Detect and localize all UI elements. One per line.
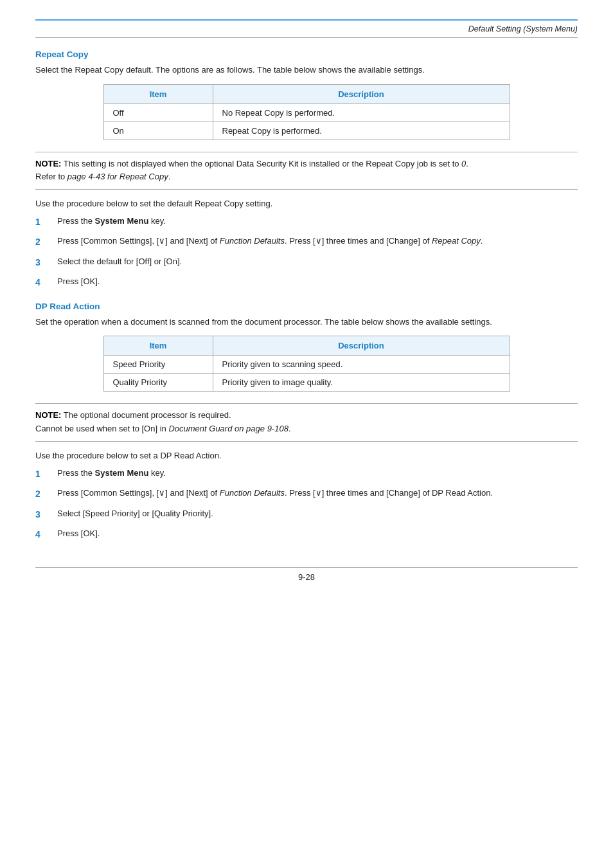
- repeat-copy-note-label: NOTE:: [35, 159, 61, 168]
- table-cell-item: Speed Priority: [103, 356, 213, 374]
- step-text: Press [OK].: [57, 275, 578, 289]
- repeat-copy-note: NOTE: This setting is not displayed when…: [35, 152, 578, 190]
- list-item: 4Press [OK].: [35, 527, 578, 541]
- table-cell-description: Priority given to scanning speed.: [213, 356, 510, 374]
- dp-read-action-section: DP Read Action Set the operation when a …: [35, 302, 578, 542]
- repeat-copy-procedure-intro: Use the procedure below to set the defau…: [35, 199, 578, 208]
- step-text: Press [Common Settings], [∨] and [Next] …: [57, 487, 578, 500]
- step-number: 3: [35, 255, 51, 269]
- table-row: Quality PriorityPriority given to image …: [103, 374, 510, 392]
- step-number: 1: [35, 467, 51, 481]
- list-item: 3Select [Speed Priority] or [Quality Pri…: [35, 507, 578, 521]
- table-cell-description: Repeat Copy is performed.: [213, 122, 510, 140]
- repeat-copy-note-refer: Refer to: [35, 172, 67, 181]
- step-number: 4: [35, 275, 51, 289]
- step-number: 4: [35, 527, 51, 541]
- step-text: Press [OK].: [57, 527, 578, 541]
- dp-note-text1: The optional document processor is requi…: [61, 410, 231, 420]
- dp-note: NOTE: The optional document processor is…: [35, 403, 578, 442]
- repeat-copy-table: Item Description OffNo Repeat Copy is pe…: [103, 84, 510, 140]
- step-number: 2: [35, 235, 51, 249]
- dp-steps: 1Press the System Menu key.2Press [Commo…: [35, 467, 578, 542]
- table-row: Speed PriorityPriority given to scanning…: [103, 356, 510, 374]
- step-text: Select the default for [Off] or [On].: [57, 255, 578, 269]
- repeat-copy-note-refer-end: .: [168, 172, 171, 181]
- dp-note-italic2: Document Guard on page 9-108: [168, 424, 288, 433]
- table-row: OnRepeat Copy is performed.: [103, 122, 510, 140]
- list-item: 3Select the default for [Off] or [On].: [35, 255, 578, 269]
- dp-note-text2: Cannot be used when set to [On] in: [35, 424, 168, 433]
- step-text: Press the System Menu key.: [57, 215, 578, 228]
- list-item: 2Press [Common Settings], [∨] and [Next]…: [35, 235, 578, 249]
- repeat-copy-note-refer-italic: page 4-43 for Repeat Copy: [67, 172, 168, 181]
- dp-table-col1: Item: [103, 336, 213, 356]
- dp-note-label: NOTE:: [35, 410, 61, 420]
- list-item: 1Press the System Menu key.: [35, 467, 578, 481]
- step-text: Press the System Menu key.: [57, 467, 578, 480]
- page-header-title: Default Setting (System Menu): [468, 24, 578, 33]
- repeat-copy-desc: Select the Repeat Copy default. The opti…: [35, 64, 578, 77]
- repeat-copy-table-col1: Item: [103, 84, 213, 104]
- table-cell-item: Quality Priority: [103, 374, 213, 392]
- list-item: 2Press [Common Settings], [∨] and [Next]…: [35, 487, 578, 501]
- repeat-copy-table-col2: Description: [213, 84, 510, 104]
- step-text: Select [Speed Priority] or [Quality Prio…: [57, 507, 578, 521]
- table-row: OffNo Repeat Copy is performed.: [103, 104, 510, 122]
- repeat-copy-steps: 1Press the System Menu key.2Press [Commo…: [35, 215, 578, 290]
- repeat-copy-note-text2: .: [466, 159, 468, 168]
- repeat-copy-section: Repeat Copy Select the Repeat Copy defau…: [35, 50, 578, 290]
- table-cell-description: No Repeat Copy is performed.: [213, 104, 510, 122]
- dp-table-col2: Description: [213, 336, 510, 356]
- table-cell-item: On: [103, 122, 213, 140]
- dp-note-text3: .: [289, 424, 291, 433]
- dp-procedure-intro: Use the procedure below to set a DP Read…: [35, 451, 578, 460]
- step-number: 1: [35, 215, 51, 229]
- table-cell-description: Priority given to image quality.: [213, 374, 510, 392]
- repeat-copy-note-text1: This setting is not displayed when the o…: [61, 159, 461, 168]
- list-item: 4Press [OK].: [35, 275, 578, 289]
- dp-read-action-table: Item Description Speed PriorityPriority …: [103, 336, 510, 392]
- step-number: 2: [35, 487, 51, 501]
- dp-read-action-desc: Set the operation when a document is sca…: [35, 316, 578, 329]
- step-text: Press [Common Settings], [∨] and [Next] …: [57, 235, 578, 248]
- dp-read-action-title: DP Read Action: [35, 302, 578, 311]
- page-number: 9-28: [298, 572, 315, 582]
- step-number: 3: [35, 507, 51, 521]
- list-item: 1Press the System Menu key.: [35, 215, 578, 229]
- table-cell-item: Off: [103, 104, 213, 122]
- repeat-copy-title: Repeat Copy: [35, 50, 578, 59]
